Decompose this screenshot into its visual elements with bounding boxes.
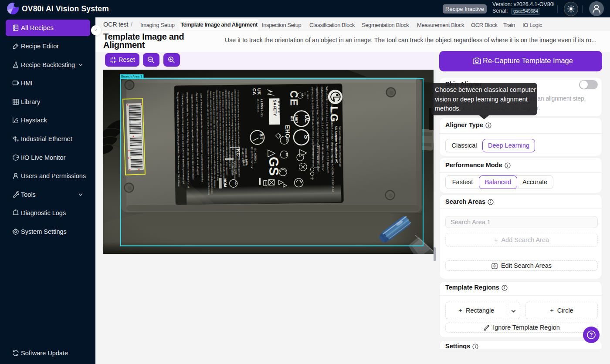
svg-text:Search Area 1: Search Area 1 [121, 74, 142, 78]
svg-text:?: ? [590, 332, 593, 338]
